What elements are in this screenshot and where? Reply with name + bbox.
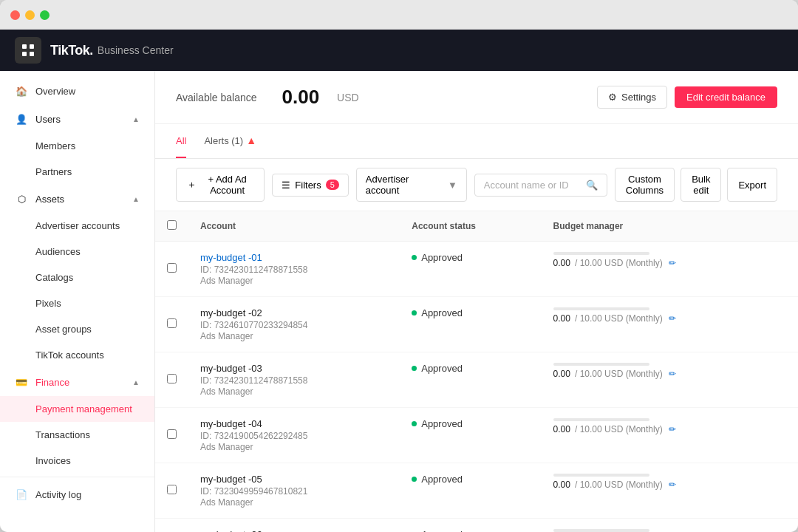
- row-checkbox-cell: [155, 297, 188, 352]
- filter-icon: ☰: [282, 180, 290, 191]
- sidebar-item-pixels[interactable]: Pixels: [0, 290, 154, 316]
- row-checkbox[interactable]: [167, 374, 177, 383]
- sidebar-item-transactions[interactable]: Transactions: [0, 422, 154, 448]
- custom-columns-button[interactable]: Custom Columns: [615, 168, 675, 202]
- row-checkbox[interactable]: [167, 429, 177, 439]
- budget-bar-bg: [553, 474, 649, 477]
- account-id: ID: 7324230112478871558: [200, 375, 388, 386]
- sidebar-item-asset-groups[interactable]: Asset groups: [0, 316, 154, 342]
- row-checkbox-cell: [155, 352, 188, 408]
- row-budget-cell: 0.00 / 10.00 USD (Monthly) ✏: [542, 242, 798, 297]
- grid-icon: [21, 43, 35, 58]
- bulk-edit-button[interactable]: Bulk edit: [681, 168, 721, 202]
- table-header-status: Account status: [400, 211, 541, 242]
- budget-used: 0.00: [553, 258, 570, 268]
- row-account-cell: my-budget -06 ID: 7226985628196519941 Ad…: [188, 519, 400, 533]
- sidebar-item-members[interactable]: Members: [0, 133, 154, 159]
- add-ad-account-label: + Add Ad Account: [201, 174, 253, 196]
- sidebar-label-assets: Assets: [35, 194, 64, 205]
- sidebar-label-tiktok-accounts: TikTok accounts: [35, 349, 104, 361]
- row-budget-cell: 0.00 / 10.00 USD (Custom) ✏ ↻: [542, 519, 798, 533]
- svg-rect-0: [22, 44, 27, 49]
- status-text: Approved: [421, 363, 463, 374]
- add-ad-account-button[interactable]: ＋ + Add Ad Account: [176, 168, 265, 202]
- status-approved: Approved: [412, 529, 529, 532]
- row-checkbox[interactable]: [167, 263, 177, 273]
- row-checkbox[interactable]: [167, 485, 177, 494]
- row-status-cell: Approved: [400, 242, 541, 297]
- chevron-down-icon: ▼: [448, 180, 457, 191]
- row-checkbox-cell: [155, 519, 188, 533]
- edit-budget-icon[interactable]: ✏: [669, 480, 676, 490]
- tab-all[interactable]: All: [176, 125, 186, 158]
- sidebar-item-audiences[interactable]: Audiences: [0, 239, 154, 265]
- row-status-cell: Approved: [400, 519, 541, 533]
- sidebar-item-overview[interactable]: 🏠 Overview: [0, 77, 154, 105]
- svg-rect-1: [30, 44, 34, 49]
- budget-bar-wrap: [553, 529, 786, 532]
- approved-dot: [412, 310, 417, 316]
- sidebar-label-overview: Overview: [35, 86, 75, 97]
- row-checkbox[interactable]: [167, 318, 177, 328]
- sidebar-item-users[interactable]: 👤 Users ▲: [0, 105, 154, 133]
- budget-bar-bg: [553, 307, 649, 310]
- sidebar-item-activity-log[interactable]: 📄 Activity log: [0, 480, 154, 508]
- budget-separator: / 10.00 USD (Monthly): [575, 258, 663, 268]
- tab-alerts[interactable]: Alerts (1) ▲: [204, 124, 256, 158]
- edit-budget-icon[interactable]: ✏: [669, 313, 676, 324]
- add-icon: ＋: [187, 178, 197, 191]
- close-button[interactable]: [10, 10, 20, 20]
- status-text: Approved: [421, 418, 463, 429]
- tab-alerts-badge: Alerts (1) ▲: [204, 134, 256, 146]
- budget-bar-wrap: [553, 363, 786, 366]
- sidebar-item-tiktok-accounts[interactable]: TikTok accounts: [0, 342, 154, 368]
- row-account-cell: my-budget -05 ID: 7323049959467810821 Ad…: [188, 463, 400, 519]
- row-status-cell: Approved: [400, 352, 541, 408]
- table-row: my-budget -04 ID: 7324190054262292485 Ad…: [155, 408, 798, 463]
- sidebar-item-assets[interactable]: ⬡ Assets ▲: [0, 185, 154, 213]
- row-account-cell: my-budget -04 ID: 7324190054262292485 Ad…: [188, 408, 400, 463]
- edit-budget-icon[interactable]: ✏: [669, 369, 676, 379]
- budget-separator: / 10.00 USD (Monthly): [575, 480, 663, 490]
- sidebar-label-finance: Finance: [35, 377, 69, 388]
- main-content: Available balance 0.00 USD ⚙ Settings Ed…: [155, 71, 798, 532]
- sidebar-item-advertiser-accounts[interactable]: Advertiser accounts: [0, 213, 154, 239]
- export-button[interactable]: Export: [727, 168, 777, 202]
- account-name: my-budget -03: [200, 363, 388, 374]
- chevron-up-icon-finance: ▲: [132, 378, 140, 386]
- budget-bar-wrap: [553, 307, 786, 310]
- sidebar-label-activity-log: Activity log: [35, 489, 81, 500]
- row-budget-cell: 0.00 / 10.00 USD (Monthly) ✏: [542, 352, 798, 408]
- search-icon[interactable]: 🔍: [586, 180, 598, 191]
- brand-name: TikTok.: [50, 43, 93, 58]
- table-row: my-budget -03 ID: 7324230112478871558 Ad…: [155, 352, 798, 408]
- settings-button[interactable]: ⚙ Settings: [597, 86, 667, 109]
- minimize-button[interactable]: [25, 10, 35, 20]
- sidebar-item-invoices[interactable]: Invoices: [0, 448, 154, 474]
- tab-all-label: All: [176, 135, 186, 146]
- sidebar-item-payment-management[interactable]: Payment management: [0, 396, 154, 422]
- advertiser-account-dropdown[interactable]: Advertiser account ▼: [356, 168, 467, 202]
- sidebar-item-partners[interactable]: Partners: [0, 159, 154, 185]
- sidebar-item-finance[interactable]: 💳 Finance ▲: [0, 368, 154, 396]
- account-type: Ads Manager: [200, 442, 388, 452]
- grid-menu-button[interactable]: [15, 37, 41, 64]
- top-nav: TikTok. Business Center: [0, 30, 798, 71]
- account-name[interactable]: my-budget -01: [200, 252, 388, 263]
- activity-icon: 📄: [15, 488, 28, 501]
- edit-budget-icon[interactable]: ✏: [669, 424, 676, 434]
- gear-icon: ⚙: [608, 92, 617, 103]
- maximize-button[interactable]: [40, 10, 50, 20]
- content-header: Available balance 0.00 USD ⚙ Settings Ed…: [155, 71, 798, 124]
- edit-credit-button[interactable]: Edit credit balance: [675, 86, 777, 108]
- row-status-cell: Approved: [400, 463, 541, 519]
- row-checkbox-cell: [155, 242, 188, 297]
- filter-button[interactable]: ☰ Filters 5: [272, 174, 349, 197]
- approved-dot: [412, 366, 417, 371]
- sidebar-label-advertiser-accounts: Advertiser accounts: [35, 220, 120, 231]
- edit-budget-icon[interactable]: ✏: [669, 258, 676, 268]
- row-checkbox-cell: [155, 463, 188, 519]
- sidebar-item-catalogs[interactable]: Catalogs: [0, 265, 154, 290]
- select-all-checkbox[interactable]: [167, 220, 177, 230]
- row-account-cell: my-budget -03 ID: 7324230112478871558 Ad…: [188, 352, 400, 408]
